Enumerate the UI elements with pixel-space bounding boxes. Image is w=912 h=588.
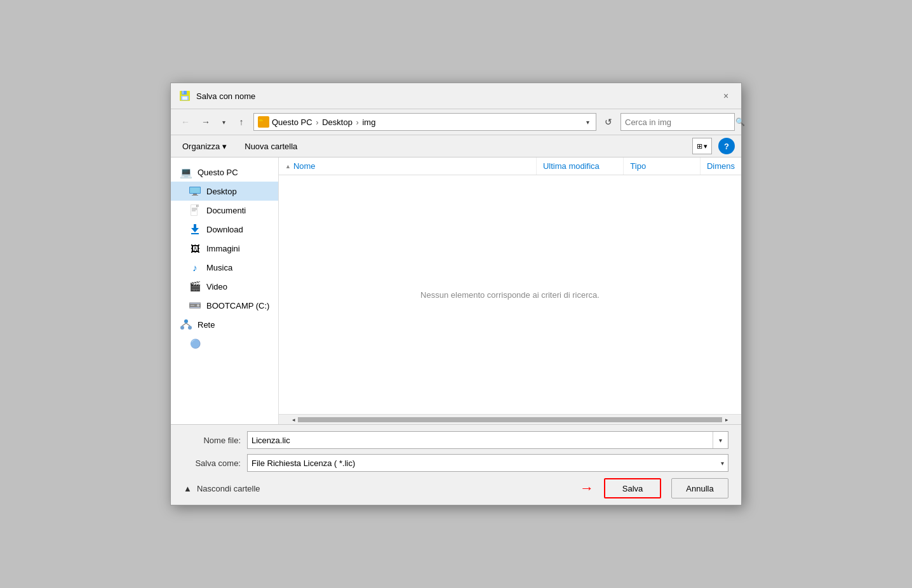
organizza-dropdown-icon: ▾: [222, 142, 227, 151]
annulla-button[interactable]: Annulla: [671, 478, 728, 498]
up-button[interactable]: ↑: [233, 114, 250, 130]
nome-file-input-container: ▾: [247, 431, 728, 449]
sidebar-item-download[interactable]: Download: [171, 220, 278, 239]
svg-point-26: [184, 319, 188, 323]
svg-rect-2: [182, 91, 184, 94]
action-row: ▲ Nascondi cartelle → Salva Annulla: [184, 478, 728, 498]
svg-rect-9: [190, 187, 200, 193]
search-box[interactable]: 🔍: [620, 113, 735, 131]
sidebar-item-video[interactable]: 🎬 Video: [171, 277, 278, 296]
view-dropdown-icon: ▾: [704, 142, 707, 150]
salva-come-label: Salva come:: [184, 458, 247, 468]
desktop-icon: [189, 185, 201, 197]
navigation-toolbar: ← → ▾ ↑ Questo PC › Desktop ›: [171, 109, 741, 135]
address-dropdown-icon: ▾: [586, 119, 589, 126]
sidebar-item-desktop[interactable]: Desktop: [171, 182, 278, 201]
sidebar-item-video-label: Video: [206, 282, 227, 291]
sidebar-item-download-label: Download: [206, 225, 243, 234]
help-button[interactable]: ?: [718, 138, 735, 154]
col-dimensione[interactable]: Dimens: [700, 157, 741, 175]
documenti-icon: [189, 204, 201, 217]
nascondi-label: Nascondi cartelle: [197, 484, 260, 493]
search-button[interactable]: 🔍: [735, 114, 745, 130]
salva-button[interactable]: Salva: [604, 478, 661, 498]
salva-come-arrow: ▾: [721, 460, 724, 467]
sidebar-item-partial[interactable]: 🔵: [171, 334, 278, 353]
nuova-cartella-button[interactable]: Nuova cartella: [238, 139, 304, 154]
svg-line-29: [182, 323, 186, 326]
col-nome[interactable]: ▲ Nome: [279, 157, 536, 175]
dialog-title: Salva con nome: [196, 91, 255, 101]
arrow-annotation: →: [580, 480, 594, 497]
sidebar-item-bootcamp[interactable]: BOOTCAMP (C:): [171, 296, 278, 315]
breadcrumb-sep1: ›: [316, 117, 318, 127]
refresh-button[interactable]: ↺: [600, 114, 617, 130]
svg-rect-20: [191, 233, 199, 234]
svg-rect-13: [191, 205, 197, 215]
search-icon: 🔍: [735, 117, 745, 126]
refresh-icon: ↺: [605, 117, 612, 127]
nome-file-input[interactable]: [248, 436, 713, 445]
nuova-cartella-label: Nuova cartella: [245, 142, 297, 151]
main-content: ▲ Nome Ultima modifica Tipo Dimens Nessu…: [279, 157, 741, 424]
nome-file-label: Nome file:: [184, 436, 247, 445]
sidebar-item-bootcamp-label: BOOTCAMP (C:): [206, 301, 269, 311]
sidebar-item-immagini-label: Immagini: [206, 244, 240, 253]
nome-file-row: Nome file: ▾: [184, 431, 728, 449]
scroll-track[interactable]: [298, 417, 722, 422]
empty-text: Nessun elemento corrisponde ai criteri d…: [420, 290, 600, 300]
horizontal-scrollbar[interactable]: ◂ ▸: [279, 414, 741, 424]
immagini-icon: 🖼: [189, 242, 201, 255]
back-icon: ←: [181, 117, 190, 127]
svg-rect-4: [182, 97, 187, 100]
scroll-left-arrow[interactable]: ◂: [289, 415, 298, 424]
breadcrumb-img: img: [362, 117, 375, 127]
salva-come-select[interactable]: File Richiesta Licenza ( *.lic) ▾: [247, 454, 728, 472]
red-arrow: →: [580, 480, 594, 497]
title-bar: Salva con nome ×: [171, 83, 741, 109]
forward-icon: →: [201, 117, 210, 127]
nome-file-dropdown-button[interactable]: ▾: [713, 432, 728, 448]
sidebar-item-rete[interactable]: Rete: [171, 315, 278, 334]
search-input[interactable]: [621, 117, 735, 127]
nascondi-arrow-icon: ▲: [184, 484, 192, 493]
sidebar-item-questo-pc-label: Questo PC: [198, 168, 238, 177]
address-dropdown-button[interactable]: ▾: [584, 119, 592, 126]
organizza-button[interactable]: Organizza ▾: [177, 139, 232, 154]
video-icon: 🎬: [189, 280, 201, 293]
sidebar-item-rete-label: Rete: [198, 320, 215, 330]
forward-button[interactable]: →: [198, 114, 214, 130]
col-ultima-label: Ultima modifica: [543, 161, 600, 171]
scroll-thumb[interactable]: [298, 417, 722, 422]
nascondi-cartelle-button[interactable]: ▲ Nascondi cartelle: [184, 484, 260, 493]
salva-label: Salva: [622, 484, 643, 493]
sidebar-item-immagini[interactable]: 🖼 Immagini: [171, 239, 278, 258]
breadcrumb-path: Questo PC › Desktop › img: [272, 117, 581, 127]
col-nome-label: Nome: [293, 161, 316, 171]
folder-icon: [258, 116, 269, 128]
sidebar-item-questo-pc[interactable]: 💻 Questo PC: [171, 163, 278, 182]
download-icon: [189, 223, 201, 236]
col-tipo[interactable]: Tipo: [623, 157, 700, 175]
help-label: ?: [724, 142, 729, 151]
sidebar-item-musica[interactable]: ♪ Musica: [171, 258, 278, 277]
action-buttons: → Salva Annulla: [580, 478, 728, 498]
close-button[interactable]: ×: [718, 88, 734, 104]
svg-line-30: [186, 323, 190, 326]
organizza-label: Organizza: [182, 142, 220, 151]
sidebar-item-documenti[interactable]: Documenti: [171, 201, 278, 220]
address-bar[interactable]: Questo PC › Desktop › img ▾: [253, 113, 596, 131]
view-button[interactable]: ⊞ ▾: [692, 138, 712, 154]
bootcamp-icon: [189, 299, 201, 312]
breadcrumb-questo-pc: Questo PC: [272, 117, 312, 127]
svg-point-24: [197, 304, 199, 307]
scroll-right-arrow[interactable]: ▸: [722, 415, 731, 424]
computer-icon: 💻: [180, 166, 192, 178]
nav-dropdown-button[interactable]: ▾: [218, 114, 229, 130]
salva-come-row: Salva come: File Richiesta Licenza ( *.l…: [184, 454, 728, 472]
back-button[interactable]: ←: [177, 114, 194, 130]
sidebar-item-musica-label: Musica: [206, 263, 232, 272]
col-ultima-modifica[interactable]: Ultima modifica: [536, 157, 623, 175]
svg-rect-15: [197, 204, 199, 207]
col-tipo-label: Tipo: [630, 161, 646, 171]
